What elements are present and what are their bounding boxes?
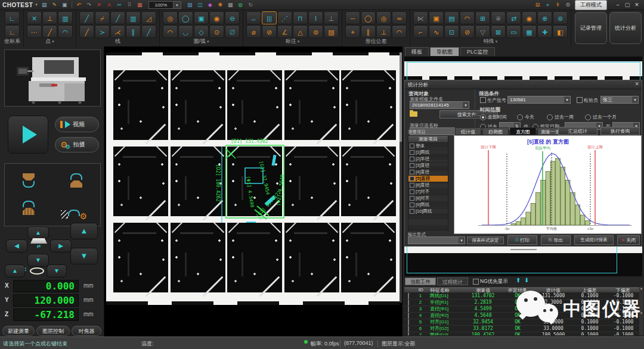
line-gauge-icon[interactable]: ╱ — [141, 25, 156, 38]
bottom-light-icon[interactable] — [16, 167, 42, 194]
edit-note-icon[interactable]: ✎ — [50, 1, 59, 9]
dim-height-icon[interactable]: Ι — [308, 11, 323, 24]
line-mid-icon[interactable]: ╱ — [110, 11, 125, 24]
special-crosshair-icon[interactable]: ⊕ — [537, 11, 552, 24]
table-row[interactable]: 5对齐[G1]32.9454OK33.00000.1000-0.1000 — [404, 319, 640, 326]
run-query-button[interactable]: 执行查询 — [600, 127, 640, 135]
app-menu-caret-icon[interactable]: ▾ — [35, 2, 38, 7]
workpiece-tile[interactable] — [113, 70, 168, 140]
line-scan-icon[interactable]: ▥ — [126, 11, 141, 24]
measurement-item[interactable]: [5]直径 — [408, 176, 448, 182]
light-settings-icon[interactable]: ⚙ — [61, 195, 87, 221]
tol-straightness-icon[interactable]: ─ — [345, 11, 360, 24]
workpiece-tile[interactable] — [113, 223, 168, 292]
folder-icon[interactable] — [410, 111, 417, 117]
special-wave-icon[interactable]: ∿ — [429, 25, 444, 38]
point-arc-icon[interactable]: ◠ — [58, 25, 73, 38]
measurement-item[interactable]: [9]两线 — [408, 202, 448, 208]
line-bisector-icon[interactable]: ⋌ — [110, 25, 125, 38]
navigation-map-bottom[interactable] — [404, 247, 642, 276]
table-row[interactable]: 6对齐[G2]33.0172OK33.00000.1000-0.1000 — [404, 326, 640, 332]
inspector-checkbox[interactable] — [577, 97, 583, 103]
arc-three-point-icon[interactable]: ◠ — [163, 25, 178, 38]
point-intersection-icon[interactable]: ✕ — [27, 11, 42, 24]
dim-point-line-icon[interactable]: ⋰ — [277, 11, 292, 24]
line-two-point-icon[interactable]: ╱ — [79, 11, 94, 24]
chevron-down-icon[interactable]: ▾ — [463, 102, 469, 108]
ng-up-icon[interactable]: ⬆ — [516, 277, 521, 283]
minimize-button[interactable]: – — [613, 1, 623, 9]
special-box-x-icon[interactable]: ⊠ — [491, 25, 506, 38]
measurement-item[interactable]: [3]直径 — [408, 163, 448, 169]
chart-tab-趋势图[interactable]: 趋势图 — [482, 127, 509, 135]
table-scrollbar[interactable]: ▲▼ — [639, 286, 643, 335]
special-swap-icon[interactable]: ⇄ — [506, 11, 521, 24]
radio-全部时间[interactable]: 全部时间 — [480, 114, 507, 120]
rotate-icon[interactable]: ↻ — [246, 1, 255, 9]
engineering-mode-button[interactable]: 工程模式 — [575, 0, 607, 10]
report-style-button[interactable]: 报表样式设定 — [467, 236, 504, 244]
circle-box-icon[interactable]: ▣ — [194, 11, 209, 24]
tol-perpendicularity-icon[interactable]: ⊥ — [376, 25, 391, 38]
special-arch-icon[interactable]: ◠ — [460, 11, 475, 24]
point-sequence-icon[interactable]: ⋯ — [27, 25, 42, 38]
point-on-line-icon[interactable]: ╱ — [42, 25, 57, 38]
workpiece-tile[interactable] — [341, 70, 396, 140]
chart-tab-直方图[interactable]: 直方图 — [510, 127, 536, 135]
output-format-select[interactable]: ▾ — [408, 236, 465, 244]
tab-过程统计[interactable]: 过程统计 — [437, 278, 468, 285]
zoom-control[interactable]: 100% ▾ — [148, 1, 181, 9]
coordinate-plane-icon[interactable]: ∟ — [5, 11, 20, 24]
special-notch-icon[interactable]: ▽ — [475, 25, 490, 38]
close-icon[interactable]: ✕ — [634, 81, 639, 87]
ring-light-icon[interactable] — [16, 195, 42, 221]
table-row[interactable]: 4直径[Φ2]4.5648OK0.1000-0.1000 — [404, 313, 640, 319]
camera-viewport[interactable]: [D1] 131.4702[D2] 180.4262[Φ1] 4.5499[G1… — [104, 46, 402, 336]
special-plus-icon[interactable]: ✚ — [537, 25, 552, 38]
line-point-icon[interactable]: ╱ — [79, 25, 94, 38]
batch-select[interactable]: 130581▾ — [507, 96, 571, 104]
radio-过去一个月[interactable]: 过去一个月 — [585, 114, 617, 120]
tab-模板[interactable]: 模板 — [405, 47, 429, 56]
circle-three-point-icon[interactable]: ◯ — [178, 11, 193, 24]
dim-perp-icon[interactable]: ⊥ — [324, 11, 339, 24]
tab-导航图[interactable]: 导航图 — [430, 47, 459, 56]
ng-priority-checkbox[interactable] — [473, 279, 479, 285]
workpiece-tile[interactable]: [D1] 131.4702[D2] 180.4262[Φ1] 4.5499[G1… — [227, 147, 282, 216]
dim-radius-icon[interactable]: ⊘ — [262, 25, 277, 38]
table-row[interactable]: 2半径[R1]2.2819OK2.30000.1000-0.1000 — [404, 300, 640, 306]
special-half-icon[interactable]: ◧ — [553, 25, 568, 38]
dim-width-icon[interactable]: ⊓ — [293, 11, 308, 24]
delete-icon[interactable]: ✕ — [95, 1, 104, 9]
dim-taper-icon[interactable]: △ — [293, 25, 308, 38]
jog-right-button[interactable]: ▶ — [50, 239, 72, 253]
ring-icon[interactable]: ⊙ — [209, 25, 224, 38]
circle-tangent-icon[interactable]: ◇ — [194, 25, 209, 38]
dim-thread-icon[interactable]: ⊜ — [308, 25, 323, 38]
measurement-item[interactable]: 整体 — [408, 143, 448, 149]
special-target-icon[interactable]: ◉ — [522, 11, 537, 24]
summary-stats-button[interactable]: 汇总统计 — [558, 127, 597, 135]
undo-icon[interactable]: ↶ — [75, 1, 83, 9]
z-up-button[interactable]: ▲ — [70, 223, 98, 239]
dim-parallel-lines-icon[interactable]: ||| — [262, 11, 277, 24]
measurement-item[interactable]: [4]直径 — [408, 169, 448, 176]
circle-scan-icon[interactable]: ⊖ — [225, 11, 240, 24]
jog-left-button[interactable]: ◀ — [6, 239, 27, 253]
tol-roundness-icon[interactable]: ◯ — [361, 11, 376, 24]
tol-profile-icon[interactable]: ◠ — [392, 25, 407, 38]
measurement-item[interactable]: [10]两线 — [408, 208, 448, 215]
special-edge-icon[interactable]: ⌐ — [413, 25, 428, 38]
workpiece-tile[interactable] — [341, 223, 396, 292]
temperature-icon[interactable]: ǂ — [553, 1, 562, 9]
capture-button[interactable]: ⚙⚙ 拍摄 — [55, 137, 99, 152]
top-light-icon[interactable] — [63, 167, 89, 194]
text-label-icon[interactable]: A — [105, 1, 114, 9]
radio-今天[interactable]: 今天 — [517, 114, 534, 120]
ellipse-icon[interactable]: ∅ — [225, 25, 240, 38]
tol-concentricity-icon[interactable]: ◎ — [376, 11, 391, 24]
print-button[interactable]: ⎙打印 — [507, 235, 537, 245]
workpiece-tile[interactable] — [113, 147, 168, 216]
tol-position-icon[interactable]: ⌖ — [345, 25, 360, 38]
image-icon[interactable]: ▧ — [185, 1, 194, 9]
